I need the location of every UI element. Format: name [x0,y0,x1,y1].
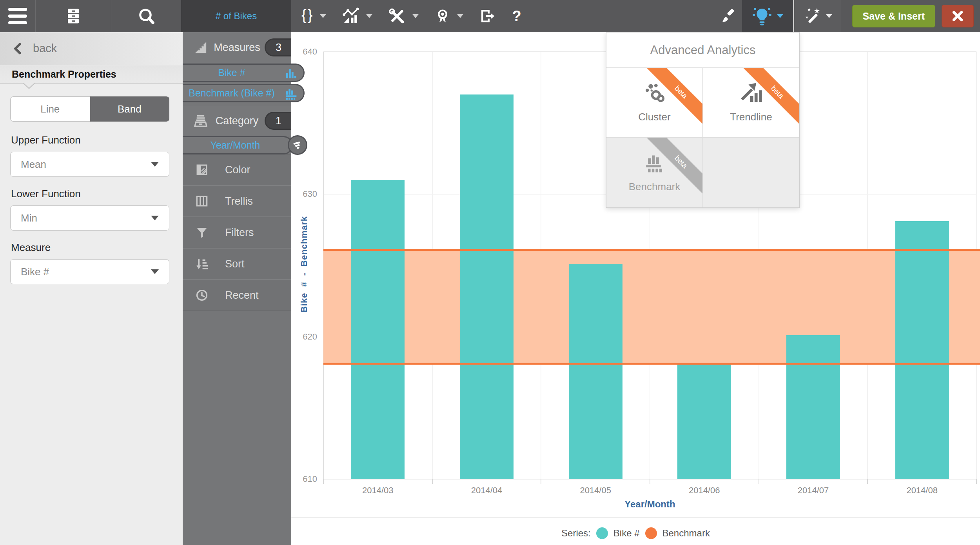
benchmark-properties-panel: back Benchmark Properties Line Band Uppe… [0,32,183,545]
recent-tool-row[interactable]: Recent [183,279,291,311]
chart-type-menu-button[interactable] [342,7,372,25]
benchmark-option[interactable]: Benchmark beta [606,138,703,207]
trellis-tool-row[interactable]: Trellis [183,185,291,216]
empty-option-cell [703,138,799,207]
chevron-down-icon [777,14,783,18]
bar-2014/07[interactable] [786,335,840,479]
braces-icon: {} [301,7,314,25]
paintbrush-icon [720,7,737,25]
x-tick-mark [650,479,650,484]
x-tick-label: 2014/03 [323,485,432,496]
close-icon [951,9,964,23]
data-sources-button[interactable] [36,0,111,32]
hamburger-menu-button[interactable] [0,0,36,32]
chart-title: # of Bikes [216,11,257,22]
tools-icon [388,7,406,25]
toggle-band-button[interactable]: Band [90,96,170,122]
legend-swatch-Bike #[interactable] [596,527,608,539]
legend-swatch-Benchmark[interactable] [645,527,657,539]
chevron-down-icon [151,216,159,220]
bar-2014/04[interactable] [460,94,514,479]
lower-function-select[interactable]: Min [10,205,169,231]
chart-title-tab[interactable]: # of Bikes [181,0,291,32]
style-brush-button[interactable] [715,0,742,32]
ruler-icon [193,40,209,55]
sort-icon [194,256,209,271]
legend-label[interactable]: Benchmark [662,528,710,539]
measure-label: Measure [11,242,172,254]
ribbon-award-icon [434,7,451,25]
measures-section-header[interactable]: Measures 3 [183,32,291,63]
toggle-line-button[interactable]: Line [10,96,90,122]
combo-chart-icon [342,7,360,25]
chevron-down-icon [366,14,372,18]
trendline-option[interactable]: Trendline beta [703,68,799,138]
x-axis-title: Year/Month [323,499,976,510]
save-insert-label: Save & Insert [863,11,925,22]
x-tick-label: 2014/08 [867,485,976,496]
bar-2014/08[interactable] [895,221,949,479]
toolbar-right-group: Save & Insert [715,0,980,32]
category-section-header[interactable]: Category 1 [183,106,291,136]
close-button[interactable] [942,5,974,27]
back-label: back [33,42,57,55]
category-label: Category [216,115,259,127]
back-button[interactable]: back [0,32,183,65]
lower-function-value: Min [21,212,37,224]
help-button[interactable]: ? [512,8,521,25]
upper-function-select[interactable]: Mean [10,152,169,177]
measure-select[interactable]: Bike # [10,259,169,284]
measures-count-badge: 3 [265,38,291,56]
award-menu-button[interactable] [434,7,463,25]
benchmark-form: Line Band Upper Function Mean Lower Func… [0,84,183,284]
bar-2014/03[interactable] [351,180,405,479]
save-insert-button[interactable]: Save & Insert [852,5,935,27]
advanced-analytics-panel: Advanced Analytics Cluster beta Trend [606,32,800,208]
toolbar: # of Bikes {} [0,0,980,32]
chevron-down-icon [151,269,159,274]
cluster-icon [642,82,667,105]
file-cabinet-icon [64,7,83,25]
chevron-down-icon [151,162,159,167]
chart-legend: Series:Bike #Benchmark [291,525,980,542]
x-tick-label: 2014/06 [650,485,759,496]
chevron-down-icon [826,14,832,18]
x-tick-mark [976,479,977,484]
lightbulb-icon [752,6,772,26]
benchmark-icon [284,87,299,101]
line-band-toggle: Line Band [10,96,169,122]
measure-pill-bike[interactable]: Bike # [183,64,305,82]
bar-chart-icon [284,67,299,80]
x-tick-label: 2014/05 [541,485,650,496]
category-pill-yearmonth[interactable]: Year/Month [183,136,293,154]
advanced-analytics-grid: Cluster beta Trendline beta [606,68,799,207]
sort-tool-row[interactable]: Sort [183,248,291,279]
cluster-option[interactable]: Cluster beta [606,68,703,138]
y-tick-label: 640 [291,47,317,57]
legend-label[interactable]: Bike # [613,528,640,539]
advanced-analytics-button[interactable] [742,0,793,32]
filters-tool-row[interactable]: Filters [183,216,291,248]
category-count-badge: 1 [265,112,291,130]
funnel-icon [194,225,209,240]
chevron-down-icon [320,14,326,18]
query-menu-button[interactable]: {} [301,7,326,25]
clock-icon [194,288,209,303]
bar-2014/05[interactable] [569,264,622,479]
search-button[interactable] [111,0,181,32]
chevron-down-icon [457,14,463,18]
lower-function-label: Lower Function [11,188,172,200]
tool-list: Color Trellis Filters [183,154,291,311]
bar-2014/06[interactable] [677,364,731,479]
color-tool-row[interactable]: Color [183,154,291,185]
measure-value: Bike # [21,266,49,278]
x-tick-mark [867,479,868,484]
hamburger-icon [8,8,27,24]
x-tick-mark [432,479,433,484]
magic-wand-button[interactable] [794,0,841,32]
tools-menu-button[interactable] [388,7,419,25]
measure-pill-benchmark[interactable]: Benchmark (Bike #) [183,84,305,102]
y-axis-title: Bike # - Benchmark [299,216,309,312]
chevron-left-icon [12,42,25,55]
export-button[interactable] [479,7,496,25]
